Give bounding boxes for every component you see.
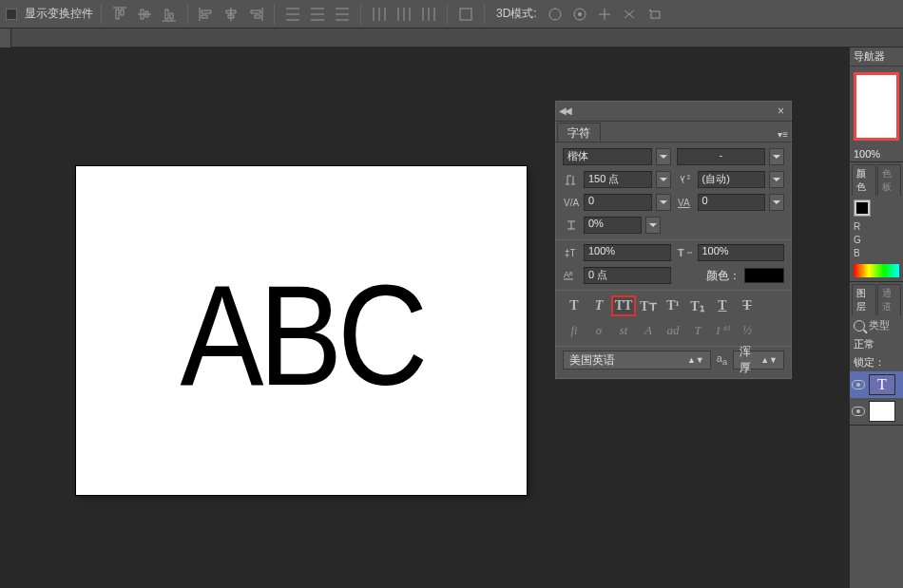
tab-layers[interactable]: 图层: [852, 284, 876, 315]
font-style-dropdown-icon[interactable]: [769, 148, 784, 165]
blend-mode-dropdown[interactable]: 正常: [850, 335, 903, 353]
tracking-icon: VA: [677, 195, 694, 210]
contextual-alt-button[interactable]: σ: [587, 321, 610, 340]
b-label: B: [854, 247, 899, 260]
stylistic-alt-button[interactable]: ad: [662, 321, 684, 340]
show-transform-checkbox[interactable]: [6, 9, 17, 20]
svg-point-5: [649, 9, 651, 11]
distribute-left-icon[interactable]: [369, 4, 390, 25]
panel-close-icon[interactable]: ×: [774, 104, 788, 118]
small-caps-button[interactable]: Tᴛ: [637, 296, 660, 315]
3d-slide-icon[interactable]: [619, 4, 640, 25]
width-scale-icon: T: [677, 245, 694, 260]
tracking-dropdown-icon[interactable]: [769, 194, 784, 211]
separator: [101, 4, 102, 25]
3d-orbit-icon[interactable]: [545, 4, 566, 25]
vscale-dropdown-icon[interactable]: [645, 217, 661, 234]
panel-header[interactable]: ◀◀ ×: [555, 101, 792, 122]
panel-menu-icon[interactable]: ▾≡: [774, 127, 792, 142]
align-vcenter-icon[interactable]: [134, 4, 155, 25]
visibility-eye-icon[interactable]: [852, 407, 865, 416]
tab-stub[interactable]: [0, 28, 11, 47]
all-caps-button[interactable]: TT: [612, 296, 635, 315]
tab-character[interactable]: 字符: [557, 123, 601, 142]
canvas-document[interactable]: ABC: [76, 166, 527, 495]
distribute-right-icon[interactable]: [418, 4, 439, 25]
ligature-button[interactable]: fi: [563, 321, 586, 340]
layer-row-background[interactable]: [850, 398, 903, 425]
filter-type-label[interactable]: 类型: [869, 318, 890, 332]
divider: [555, 239, 792, 240]
navigator-thumbnail[interactable]: [854, 72, 899, 141]
3d-scale-icon[interactable]: [644, 4, 664, 25]
ordinals-button[interactable]: 1ˢᵗ: [711, 321, 734, 340]
foreground-swatch[interactable]: [854, 199, 871, 217]
font-style-field[interactable]: -: [677, 148, 766, 165]
align-bottom-icon[interactable]: [159, 4, 180, 25]
zoom-value[interactable]: 100%: [850, 146, 903, 161]
height-field[interactable]: 100%: [584, 244, 671, 261]
vscale-icon: [563, 218, 580, 233]
faux-bold-button[interactable]: T: [563, 296, 586, 315]
font-family-field[interactable]: 楷体: [563, 148, 652, 165]
filter-search-icon[interactable]: [854, 320, 865, 332]
3d-mode-label: 3D模式:: [496, 6, 537, 22]
distribute-bottom-icon[interactable]: [332, 4, 353, 25]
kerning-icon: V/A: [563, 195, 580, 210]
distribute-hcenter-icon[interactable]: [394, 4, 414, 25]
align-right-icon[interactable]: [245, 4, 266, 25]
align-top-icon[interactable]: [109, 4, 130, 25]
swash-button[interactable]: A: [637, 321, 660, 340]
svg-text:V/A: V/A: [564, 198, 579, 208]
align-left-icon[interactable]: [196, 4, 217, 25]
character-panel: ◀◀ × 字符 ▾≡ 楷体 - 150 点: [554, 100, 793, 380]
panel-collapse-icon[interactable]: ◀◀: [559, 105, 570, 116]
underline-button[interactable]: T: [711, 296, 734, 315]
align-hcenter-icon[interactable]: [221, 4, 241, 25]
baseline-field[interactable]: 0 点: [584, 267, 671, 284]
tab-swatch[interactable]: 色板: [877, 164, 902, 196]
strikethrough-button[interactable]: T: [736, 296, 759, 315]
kerning-dropdown-icon[interactable]: [656, 194, 671, 211]
leading-field[interactable]: (自动): [698, 171, 766, 188]
separator: [447, 4, 448, 25]
language-dropdown[interactable]: 美国英语 ▲▼: [563, 351, 711, 370]
visibility-eye-icon[interactable]: [852, 380, 865, 389]
kerning-field[interactable]: 0: [584, 194, 652, 211]
dropdown-arrows-icon: ▲▼: [760, 355, 778, 365]
superscript-button[interactable]: T¹: [662, 296, 684, 315]
leading-dropdown-icon[interactable]: [769, 171, 784, 188]
document-tab-strip: [0, 28, 903, 47]
lock-label: 锁定：: [850, 353, 903, 371]
distribute-top-icon[interactable]: [282, 4, 303, 25]
font-size-dropdown-icon[interactable]: [656, 171, 671, 188]
type-style-row: T T TT Tᴛ T¹ T₁ T T: [563, 296, 784, 315]
canvas-text: ABC: [180, 264, 423, 407]
layer-row-text[interactable]: T: [850, 371, 903, 398]
show-transform-label: 显示变换控件: [25, 6, 93, 22]
vscale-field[interactable]: 0%: [584, 217, 642, 234]
font-size-field[interactable]: 150 点: [584, 171, 652, 188]
options-bar: 显示变换控件 3D模式:: [0, 0, 903, 28]
width-field[interactable]: 100%: [698, 244, 785, 261]
text-color-swatch[interactable]: [744, 268, 784, 283]
distribute-vcenter-icon[interactable]: [307, 4, 328, 25]
tab-channels[interactable]: 通道: [877, 284, 902, 315]
discretionary-lig-button[interactable]: st: [612, 321, 635, 340]
layer-thumb-text-icon: T: [869, 374, 895, 395]
fractions-button[interactable]: ½: [736, 321, 759, 340]
subscript-button[interactable]: T₁: [686, 296, 709, 315]
3d-roll-icon[interactable]: [569, 4, 590, 25]
titling-alt-button[interactable]: T: [686, 321, 709, 340]
auto-align-icon[interactable]: [455, 4, 476, 25]
separator: [484, 4, 485, 25]
tab-color[interactable]: 颜色: [852, 164, 876, 196]
tracking-field[interactable]: 0: [698, 194, 766, 211]
font-family-dropdown-icon[interactable]: [656, 148, 671, 165]
navigator-panel-title[interactable]: 导航器: [850, 47, 903, 66]
3d-pan-icon[interactable]: [594, 4, 615, 25]
rgb-labels: R G B: [850, 220, 903, 260]
antialias-dropdown[interactable]: 浑厚 ▲▼: [733, 351, 784, 370]
faux-italic-button[interactable]: T: [587, 296, 610, 315]
color-ramp[interactable]: [854, 264, 899, 277]
